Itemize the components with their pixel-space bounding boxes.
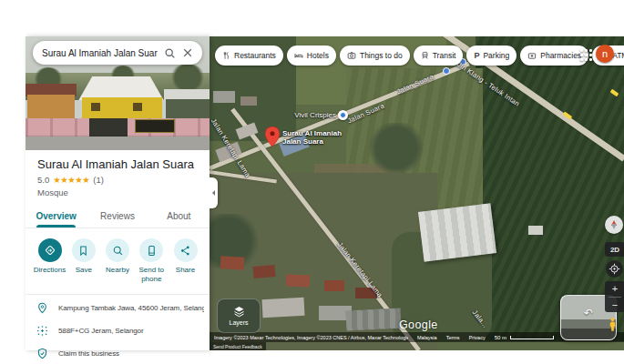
place-panel: Surau Al Imaniah Jalan Suara Surau Al Im…: [26, 36, 210, 350]
link-terms[interactable]: Terms: [446, 335, 460, 340]
chip-parking[interactable]: P Parking: [466, 46, 517, 66]
scale-line: [510, 336, 554, 339]
nearby-button[interactable]: Nearby: [101, 238, 135, 283]
map-building: [240, 96, 257, 106]
map-building: [220, 256, 245, 269]
account-avatar[interactable]: n: [596, 45, 614, 63]
destination-pin-icon[interactable]: [265, 126, 280, 150]
zoom-in-button[interactable]: +: [612, 281, 618, 297]
detail-list: Kampung Tambak Jawa, 45600 Jeram, Selang…: [26, 297, 210, 364]
place-header: Surau Al Imaniah Jalan Suara 5.0 ★★★★★ (…: [26, 150, 210, 197]
chip-restaurants[interactable]: Restaurants: [215, 46, 283, 66]
directions-button[interactable]: Directions: [33, 238, 66, 283]
pegman-icon[interactable]: [608, 317, 618, 336]
plus-code-icon: [36, 325, 48, 337]
map-building: [262, 298, 305, 318]
map-building: [345, 308, 401, 330]
chip-things-to-do[interactable]: Things to do: [340, 46, 410, 66]
tab-overview[interactable]: Overview: [26, 204, 87, 228]
action-label: Directions: [34, 266, 66, 275]
send-to-phone-button[interactable]: Send to phone: [135, 238, 169, 283]
nearby-search-icon: [106, 238, 129, 262]
address-row[interactable]: Kampung Tambak Jawa, 45600 Jeram, Selang…: [26, 297, 210, 319]
photo-tree: [169, 64, 206, 91]
scale-label: 50 m: [495, 335, 506, 340]
link-malaysia[interactable]: Malaysia: [417, 335, 437, 340]
chip-pharmacies[interactable]: Pharmacies: [520, 46, 588, 66]
action-label: Send to phone: [135, 266, 169, 283]
chip-label: Things to do: [360, 51, 403, 60]
my-location-icon: [609, 263, 620, 275]
search-input[interactable]: Surau Al Imaniah Jalan Suara: [42, 48, 158, 58]
layers-label: Layers: [229, 319, 248, 326]
photo-house: [27, 95, 75, 118]
rating-value: 5.0: [37, 175, 49, 185]
poi-marker-icon: [338, 110, 348, 120]
plus-code-row[interactable]: 588F+CG Jeram, Selangor: [26, 319, 210, 342]
my-location-button[interactable]: [606, 260, 623, 278]
zoom-control: + −: [605, 281, 624, 312]
send-feedback-link[interactable]: Send Product Feedback: [210, 342, 266, 350]
action-label: Share: [176, 266, 195, 275]
map-trees: [369, 123, 424, 173]
layers-button[interactable]: Layers: [217, 298, 261, 333]
pano-arrow-icon: ↶: [584, 307, 593, 319]
rating-row[interactable]: 5.0 ★★★★★ (1): [37, 175, 198, 185]
zoom-out-button[interactable]: −: [612, 297, 618, 312]
pin-label: Surau Al Imaniah Jalan Suara: [282, 129, 342, 146]
tab-bar: Overview Reviews About: [26, 204, 210, 228]
compass-south-needle: [611, 224, 617, 232]
google-logo: Google: [399, 318, 438, 331]
map-canvas[interactable]: Jalan Suara Jalan Suara Jln Klang - Telu…: [210, 36, 624, 350]
photo-shelter-shade: [166, 99, 210, 119]
page-title: Surau Al Imaniah Jalan Suara: [37, 157, 198, 171]
map-warehouse: [418, 203, 496, 261]
chip-label: Transit: [433, 51, 456, 60]
google-maps-app: Surau Al Imaniah Jalan Suara Surau Al Im…: [26, 36, 624, 350]
imagery-attribution: Imagery ©2023 Maxar Technologies, Imager…: [214, 335, 408, 340]
action-row: Directions Save Nearby Send to phone: [26, 228, 210, 287]
share-button[interactable]: Share: [169, 238, 202, 283]
place-category[interactable]: Mosque: [37, 187, 198, 197]
phone-icon: [139, 238, 163, 262]
photo-signboard: [135, 119, 175, 133]
2d-toggle-button[interactable]: 2D: [605, 242, 624, 257]
claim-business-row[interactable]: Claim this business: [26, 342, 210, 364]
restaurants-icon: [222, 51, 230, 60]
tab-reviews[interactable]: Reviews: [87, 204, 148, 228]
review-count[interactable]: (1): [93, 175, 104, 185]
claim-business-text: Claim this business: [58, 349, 119, 358]
chip-label: Restaurants: [234, 51, 276, 60]
close-icon[interactable]: [182, 47, 193, 58]
divider: [26, 294, 210, 295]
tab-about[interactable]: About: [148, 204, 210, 228]
search-bar[interactable]: Surau Al Imaniah Jalan Suara: [33, 41, 202, 65]
photo-gate: [89, 118, 128, 137]
map-building: [213, 91, 235, 103]
bus-stop-icon[interactable]: [443, 67, 450, 75]
chip-hotels[interactable]: Hotels: [287, 46, 336, 66]
compass-control[interactable]: [605, 216, 623, 234]
parking-icon: P: [474, 51, 479, 60]
map-building: [286, 275, 310, 288]
sidebar-collapse-handle[interactable]: [210, 177, 218, 208]
photo-window: [91, 103, 100, 111]
share-icon: [174, 238, 198, 262]
photo-road: [26, 136, 210, 150]
pharmacies-icon: [527, 51, 537, 60]
layers-icon: [233, 306, 245, 318]
transit-icon: [421, 51, 429, 60]
link-privacy[interactable]: Privacy: [469, 335, 486, 340]
action-label: Nearby: [106, 266, 129, 275]
poi-vivil-crispies[interactable]: Vivil Crispies: [338, 110, 348, 120]
action-label: Save: [76, 266, 92, 275]
category-chip-bar: Restaurants Hotels Things to do Transit …: [215, 46, 624, 66]
pin-label-line1: Surau Al Imaniah: [282, 129, 342, 137]
chip-label: Pharmacies: [540, 51, 581, 60]
hotels-icon: [294, 51, 303, 60]
search-icon[interactable]: [164, 47, 176, 59]
chip-transit[interactable]: Transit: [414, 46, 464, 66]
apps-grid-icon[interactable]: [580, 49, 592, 61]
save-button[interactable]: Save: [66, 238, 100, 283]
bookmark-icon: [72, 238, 96, 262]
